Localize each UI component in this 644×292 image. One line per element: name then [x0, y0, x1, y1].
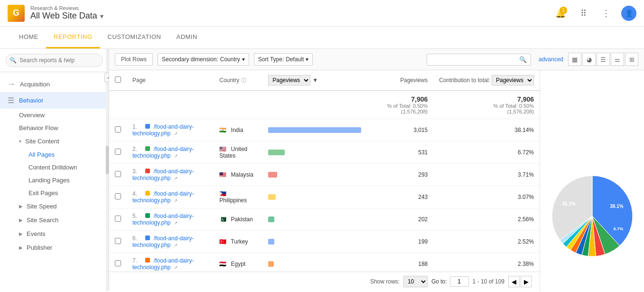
row-page: 6. /food-and-dairy-technology.php ↗: [127, 231, 214, 253]
nav-tabs: HOME REPORTING CUSTOMIZATION ADMIN: [0, 27, 644, 49]
sidebar-scrollbar[interactable]: [106, 49, 109, 291]
row-pageviews: 199: [367, 231, 433, 253]
row-checkbox[interactable]: [109, 119, 127, 141]
more-options-button[interactable]: ⋮: [598, 6, 614, 21]
row-color-dot: [145, 146, 150, 151]
table-row: 1. /food-and-dairy-technology.php ↗ 🇮🇳 I…: [109, 119, 540, 141]
select-all-checkbox[interactable]: [115, 76, 121, 83]
search-input[interactable]: [6, 54, 103, 67]
notification-badge: 1: [560, 7, 567, 14]
sidebar-item-acquisition[interactable]: → Acquisition: [0, 76, 109, 92]
prev-page-button[interactable]: ◀: [508, 276, 520, 287]
row-contribution: 2.56%: [433, 208, 540, 231]
row-country: 🇵🇰 Pakistan: [214, 208, 262, 231]
chart-section: 38.1%35.3%6.7%: [540, 70, 644, 291]
property-name[interactable]: All Web Site Data ▾: [30, 11, 103, 21]
sidebar-item-site-content[interactable]: ▾ Site Content: [11, 134, 109, 148]
view-list-icon[interactable]: ☰: [597, 53, 610, 66]
sidebar-item-overview[interactable]: Overview: [11, 109, 109, 122]
sidebar-item-behavior[interactable]: ☰ Behavior: [0, 92, 109, 109]
sort-desc-arrow[interactable]: ▼: [312, 77, 318, 84]
view-pie-icon[interactable]: ◕: [582, 53, 596, 66]
tab-reporting[interactable]: REPORTING: [46, 27, 100, 48]
row-checkbox[interactable]: [109, 208, 127, 231]
sidebar-item-site-search[interactable]: ▶ Site Search: [11, 213, 109, 227]
table-search-input[interactable]: [431, 56, 516, 63]
contribution-metric-select[interactable]: Pageviews: [492, 75, 534, 85]
pie-label-67: 6.7%: [613, 226, 623, 231]
tab-admin[interactable]: ADMIN: [168, 27, 205, 48]
sidebar-item-content-drilldown[interactable]: Content Drilldown: [21, 161, 109, 174]
table-search-bar[interactable]: 🔍: [427, 54, 531, 66]
th-checkbox: [109, 70, 127, 91]
apps-button[interactable]: ⠿: [576, 6, 591, 21]
sidebar-sub-behavior: Overview Behavior Flow ▾ Site Content Al…: [0, 109, 109, 254]
external-link-icon[interactable]: ↗: [174, 243, 177, 248]
row-number: 2.: [132, 146, 144, 152]
tab-home[interactable]: HOME: [11, 27, 46, 48]
external-link-icon[interactable]: ↗: [174, 265, 177, 270]
sidebar-item-landing-pages[interactable]: Landing Pages: [21, 174, 109, 187]
pagination-nav: ◀ ▶: [508, 276, 532, 287]
country-name: Pakistan: [231, 216, 253, 223]
row-pageviews: 531: [367, 141, 433, 164]
tab-customization[interactable]: CUSTOMIZATION: [100, 27, 169, 48]
sidebar-item-events[interactable]: ▶ Events: [11, 227, 109, 241]
search-box: [0, 49, 109, 72]
contribution-label: Contribution to total:: [439, 77, 492, 84]
notification-button[interactable]: 🔔 1: [553, 6, 568, 21]
sidebar-item-exit-pages[interactable]: Exit Pages: [21, 187, 109, 199]
sidebar-collapse-button[interactable]: ◀: [104, 73, 109, 82]
pie-label: 35.3%: [562, 201, 575, 207]
th-country: Country ⓘ: [214, 70, 262, 91]
view-grid-icon[interactable]: ▦: [568, 53, 581, 66]
advanced-link[interactable]: advanced: [539, 56, 563, 63]
external-link-icon[interactable]: ↗: [174, 176, 177, 181]
sidebar-item-behavior-flow[interactable]: Behavior Flow: [11, 122, 109, 134]
row-checkbox[interactable]: [109, 164, 127, 186]
country-info-icon: ⓘ: [241, 77, 246, 83]
expand-arrow-site-content: ▾: [19, 139, 21, 144]
pagination-bar: Show rows: 10 25 50 100 Go to: 1 - 10 of…: [109, 272, 540, 291]
sidebar-item-all-pages[interactable]: All Pages: [21, 148, 109, 161]
goto-input[interactable]: [450, 276, 469, 287]
sidebar-item-publisher[interactable]: ▶ Publisher: [11, 241, 109, 254]
behavior-icon: ☰: [8, 96, 14, 105]
country-name: Turkey: [231, 238, 248, 245]
show-rows-select[interactable]: 10 25 50 100: [403, 276, 428, 287]
pageviews-bar: [268, 217, 274, 222]
total-pageviews: 7,906 % of Total: 0.50% (1,576,208): [367, 91, 433, 119]
row-number: 6.: [132, 235, 144, 242]
user-avatar[interactable]: 👤: [621, 6, 636, 21]
external-link-icon[interactable]: ↗: [174, 220, 177, 226]
row-country: 🇹🇷 Turkey: [214, 231, 262, 253]
view-compare-icon[interactable]: ⚌: [611, 53, 624, 66]
row-checkbox[interactable]: [109, 141, 127, 164]
secondary-dimension-selector[interactable]: Secondary dimension: Country ▾: [158, 53, 249, 66]
external-link-icon[interactable]: ↗: [174, 198, 177, 203]
table-row: 5. /food-and-dairy-technology.php ↗ 🇵🇰 P…: [109, 208, 540, 231]
plot-rows-button[interactable]: Plot Rows: [115, 53, 153, 66]
row-checkbox[interactable]: [109, 186, 127, 208]
sort-type-value: Default: [286, 56, 304, 63]
row-country: 🇮🇳 India: [214, 119, 262, 141]
country-name: Malaysia: [231, 171, 253, 178]
expand-arrow-site-search: ▶: [19, 217, 23, 223]
next-page-button[interactable]: ▶: [521, 276, 532, 287]
row-checkbox[interactable]: [109, 231, 127, 253]
view-pivot-icon[interactable]: ⊞: [625, 53, 638, 66]
sidebar-item-site-speed[interactable]: ▶ Site Speed: [11, 199, 109, 213]
external-link-icon[interactable]: ↗: [174, 131, 177, 136]
pie-label: 38.1%: [610, 204, 623, 209]
sidebar-scrollbar-thumb: [106, 146, 109, 174]
sort-type-selector[interactable]: Sort Type: Default ▾: [254, 53, 313, 66]
app-title-block: Research & Reviews All Web Site Data ▾: [30, 5, 103, 21]
pageviews-metric-select[interactable]: Pageviews: [268, 75, 310, 85]
external-link-icon[interactable]: ↗: [174, 153, 177, 159]
table-search-icon[interactable]: 🔍: [519, 56, 527, 63]
expand-arrow-publisher: ▶: [19, 245, 23, 250]
sidebar-label-events: Events: [27, 230, 46, 237]
property-dropdown-arrow[interactable]: ▾: [100, 12, 103, 20]
google-analytics-logo: G: [8, 5, 25, 22]
total-check: [109, 91, 127, 119]
